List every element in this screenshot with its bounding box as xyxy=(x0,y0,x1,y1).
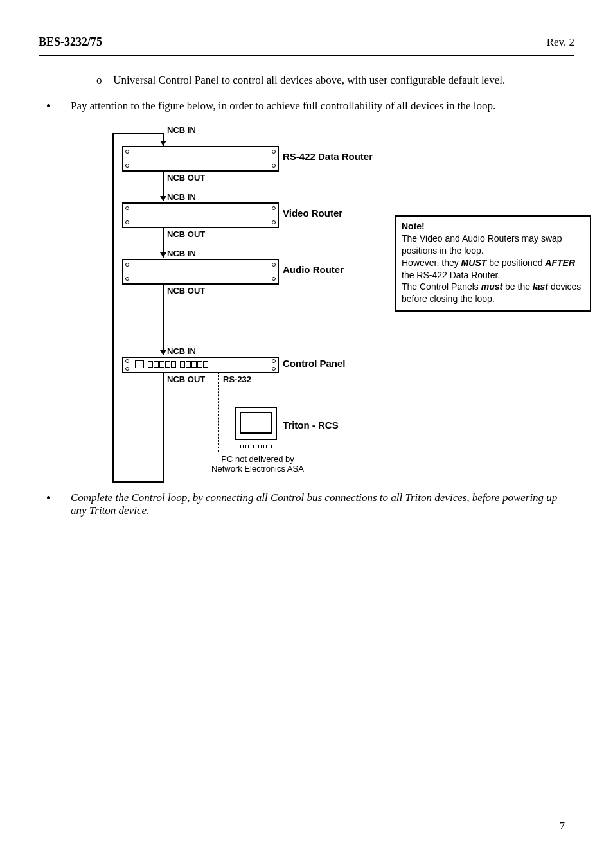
page-header: BES-3232/75 Rev. 2 xyxy=(39,35,574,49)
device-audio-label: Audio Router xyxy=(283,264,344,275)
arrow-down-icon xyxy=(160,350,166,355)
bullet-list: Pay attention to the figure below, in or… xyxy=(39,100,574,112)
connector xyxy=(163,372,164,483)
note-line3: The Control Panels must be the last devi… xyxy=(402,281,585,305)
loop-diagram: NCB IN RS-422 Data Router NCB OUT NCB IN… xyxy=(74,125,574,485)
pc-delivery-note: PC not delivered by Network Electronics … xyxy=(193,454,322,474)
ncb-out-label: NCB OUT xyxy=(167,173,205,182)
note-line1: The Video and Audio Routers may swap pos… xyxy=(402,233,585,257)
ncb-out-label: NCB OUT xyxy=(167,375,205,384)
device-control-panel-label: Control Panel xyxy=(283,358,346,369)
ncb-out-label: NCB OUT xyxy=(167,229,205,239)
sub-bullet-o: o Universal Control Panel to control all… xyxy=(96,74,574,87)
note-box: Note! The Video and Audio Routers may sw… xyxy=(395,215,591,312)
triton-label: Triton - RCS xyxy=(283,420,339,430)
bullet-attention: Pay attention to the figure below, in or… xyxy=(58,100,574,112)
connector xyxy=(163,283,164,355)
pc-note-line1: PC not delivered by xyxy=(221,454,294,464)
arrow-down-icon xyxy=(160,196,166,201)
note-frag: be positioned xyxy=(486,258,545,268)
device-video-label: Video Router xyxy=(283,208,342,218)
pc-note-line2: Network Electronics ASA xyxy=(211,464,304,474)
ncb-in-label: NCB IN xyxy=(167,192,196,202)
device-rs422-label: RS-422 Data Router xyxy=(283,151,373,162)
ncb-out-label: NCB OUT xyxy=(167,286,205,296)
note-must2: must xyxy=(481,281,502,292)
pc-keyboard-icon xyxy=(236,443,274,450)
device-video xyxy=(122,202,279,228)
note-frag: However, they xyxy=(402,258,461,268)
doc-id: BES-3232/75 xyxy=(39,35,102,49)
pc-monitor-icon xyxy=(235,407,277,440)
loop-return-line xyxy=(112,133,114,483)
rs232-line xyxy=(218,372,219,452)
control-panel-buttons-icon xyxy=(135,360,212,368)
header-rule xyxy=(39,55,574,56)
note-frag: be the xyxy=(502,281,533,292)
ncb-in-label: NCB IN xyxy=(167,249,196,258)
bullet-complete-loop: Complete the Control loop, by connecting… xyxy=(58,492,574,517)
bullet-list-2: Complete the Control loop, by connecting… xyxy=(39,492,574,517)
arrow-down-icon xyxy=(160,252,166,258)
bullet-complete-loop-text: Complete the Control loop, by connecting… xyxy=(71,492,557,517)
note-frag: the RS-422 Data Router. xyxy=(402,270,500,280)
ncb-in-label: NCB IN xyxy=(167,346,196,356)
sub-bullet-text: Universal Control Panel to control all d… xyxy=(113,74,505,86)
note-line2: However, they MUST be positioned AFTER t… xyxy=(402,257,585,281)
note-title: Note! xyxy=(402,220,585,233)
rs232-label: RS-232 xyxy=(223,375,251,384)
device-audio xyxy=(122,259,279,285)
device-rs422 xyxy=(122,146,279,172)
page-number: 7 xyxy=(560,820,565,833)
doc-rev: Rev. 2 xyxy=(547,36,574,49)
note-must: MUST xyxy=(461,258,487,268)
sub-bullet-marker: o xyxy=(96,74,111,87)
arrow-down-icon xyxy=(160,141,166,146)
loop-bottom-line xyxy=(112,481,164,483)
rs232-line xyxy=(218,452,233,452)
note-last: last xyxy=(533,281,548,292)
note-after: AFTER xyxy=(545,258,575,268)
loop-top-line xyxy=(112,133,164,134)
ncb-in-label: NCB IN xyxy=(167,125,196,135)
note-frag: The Control Panels xyxy=(402,281,481,292)
